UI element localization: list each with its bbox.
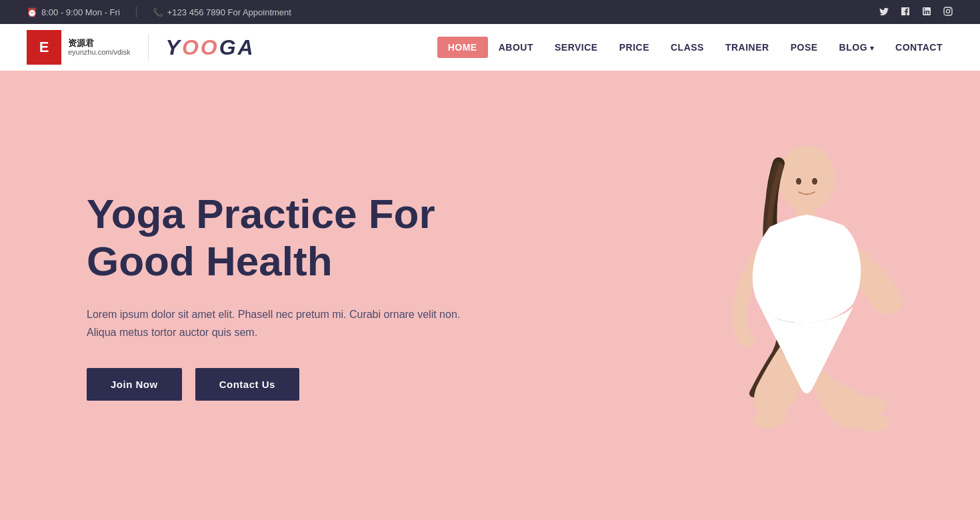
yoga-figure-svg — [613, 107, 960, 520]
logo-main-text: 资源君 — [68, 39, 131, 48]
hero-title: Yoga Practice For Good Health — [87, 190, 467, 285]
hours-info: ⏰ 8:00 - 9:00 Mon - Fri — [27, 7, 120, 17]
hero-buttons: Join Now Contact Us — [87, 368, 467, 401]
nav-contact[interactable]: CONTACT — [885, 37, 953, 58]
phone-text: +123 456 7890 For Appointment — [167, 7, 291, 17]
main-nav: HOME ABOUT SERVICE PRICE CLASS TRAINER P… — [437, 37, 953, 58]
svg-point-0 — [779, 145, 835, 212]
svg-point-6 — [796, 178, 801, 185]
nav-price[interactable]: PRICE — [609, 37, 660, 58]
nav-class[interactable]: CLASS — [660, 37, 715, 58]
svg-point-7 — [812, 178, 817, 185]
nav-blog[interactable]: BLOG — [829, 37, 885, 58]
logo-sub-text: eyunzhu.com/vdisk — [68, 48, 131, 56]
linkedin-icon[interactable] — [921, 6, 932, 19]
top-bar-left: ⏰ 8:00 - 9:00 Mon - Fri 📞 +123 456 7890 … — [27, 7, 291, 17]
hero-section: Yoga Practice For Good Health Lorem ipsu… — [0, 71, 980, 520]
logo-divider — [148, 34, 149, 61]
logo-text-block: 资源君 eyunzhu.com/vdisk — [68, 39, 131, 56]
instagram-icon[interactable] — [943, 6, 953, 19]
hero-image-area — [593, 71, 980, 520]
nav-about[interactable]: ABOUT — [488, 37, 544, 58]
nav-home[interactable]: HOME — [437, 37, 488, 58]
facebook-icon[interactable] — [900, 6, 911, 19]
hours-text: 8:00 - 9:00 Mon - Fri — [41, 7, 120, 17]
logo-badge: E — [27, 30, 61, 65]
clock-icon: ⏰ — [27, 7, 37, 17]
top-bar: ⏰ 8:00 - 9:00 Mon - Fri 📞 +123 456 7890 … — [0, 0, 980, 24]
twitter-icon[interactable] — [879, 6, 889, 19]
logo[interactable]: E 资源君 eyunzhu.com/vdisk YooGA — [27, 30, 255, 65]
phone-icon: 📞 — [153, 7, 163, 17]
join-now-button[interactable]: Join Now — [87, 368, 182, 401]
svg-point-5 — [860, 396, 887, 415]
contact-us-button[interactable]: Contact Us — [195, 368, 299, 401]
nav-pose[interactable]: POSE — [780, 37, 829, 58]
phone-info: 📞 +123 456 7890 For Appointment — [153, 7, 291, 17]
nav-service[interactable]: SERVICE — [544, 37, 609, 58]
social-links — [879, 6, 953, 19]
brand-name: YooGA — [166, 35, 255, 60]
header: E 资源君 eyunzhu.com/vdisk YooGA HOME ABOUT… — [0, 24, 980, 71]
hero-content: Yoga Practice For Good Health Lorem ipsu… — [0, 150, 467, 441]
hero-description: Lorem ipsum dolor sit amet elit. Phasell… — [87, 305, 467, 341]
nav-trainer[interactable]: TRAINER — [715, 37, 780, 58]
divider — [136, 7, 137, 17]
